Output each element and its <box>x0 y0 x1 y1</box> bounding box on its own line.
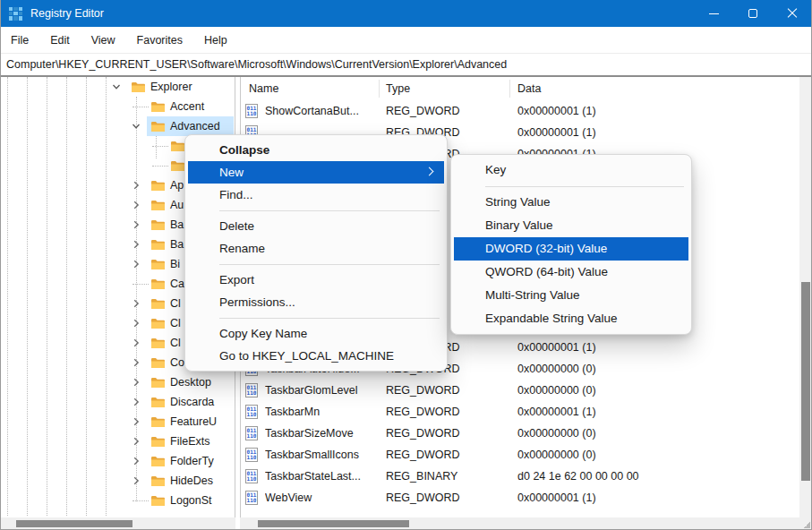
tree-item-fileexts[interactable]: FileExts <box>0 432 235 451</box>
context-menu-item-permissions[interactable]: Permissions... <box>185 291 447 313</box>
new-submenu-item-label: Expandable String Value <box>485 312 618 325</box>
tree-item-discarda[interactable]: Discarda <box>0 392 235 412</box>
tree-item-folderty[interactable]: FolderTy <box>0 451 235 471</box>
reg-dword-icon: 011110 <box>244 426 259 440</box>
value-row-showcortanabut[interactable]: 011110ShowCortanaBut...REG_DWORD0x000000… <box>241 100 799 122</box>
context-menu-item-new[interactable]: New <box>188 161 444 184</box>
chevron-right-icon[interactable] <box>131 397 141 407</box>
chevron-right-icon[interactable] <box>131 456 141 466</box>
context-menu-separator <box>219 264 440 265</box>
chevron-right-icon[interactable] <box>131 259 141 269</box>
chevron-right-icon[interactable] <box>131 219 141 230</box>
chevron-right-icon[interactable] <box>131 357 141 368</box>
value-row-webview[interactable]: 011110WebViewREG_DWORD0x00000001 (1) <box>241 487 799 509</box>
svg-text:110: 110 <box>247 432 257 439</box>
close-button[interactable] <box>773 0 812 27</box>
tree-item-featureu[interactable]: FeatureU <box>0 412 235 432</box>
menubar-item-edit[interactable]: Edit <box>39 27 81 54</box>
reg-dword-icon: 011110 <box>244 383 259 398</box>
context-menu-item-delete[interactable]: Delete <box>185 215 447 237</box>
tree-leaf-connector <box>132 500 149 501</box>
list-horizontal-scrollbar[interactable] <box>240 517 799 530</box>
tree-item-advanced[interactable]: Advanced <box>0 116 235 136</box>
chevron-right-icon[interactable] <box>131 475 141 486</box>
value-type: REG_BINARY <box>386 466 457 487</box>
context-menu-item-label: New <box>219 166 244 179</box>
tree-hscroll-thumb[interactable] <box>16 520 132 527</box>
context-menu-separator <box>219 318 440 319</box>
new-submenu-item-dword-32-bit-value[interactable]: DWORD (32-bit) Value <box>454 237 688 261</box>
folder-icon <box>150 199 166 211</box>
chevron-right-icon[interactable] <box>131 416 141 427</box>
chevron-right-icon[interactable] <box>131 377 141 388</box>
tree-item-hidedes[interactable]: HideDes <box>0 471 235 491</box>
folder-icon <box>150 297 166 310</box>
value-row-taskbarglomlevel[interactable]: 011110TaskbarGlomLevelREG_DWORD0x0000000… <box>241 380 799 401</box>
new-submenu: KeyString ValueBinary ValueDWORD (32-bit… <box>450 154 692 335</box>
new-submenu-item-expandable-string-value[interactable]: Expandable String Value <box>451 307 691 330</box>
context-menu-item-collapse[interactable]: Collapse <box>185 139 447 161</box>
column-header-data[interactable]: Data <box>517 77 541 100</box>
chevron-down-icon[interactable] <box>111 81 122 92</box>
tree-item-explorer[interactable]: Explorer <box>0 77 235 97</box>
maximize-button[interactable] <box>733 0 773 27</box>
resize-grip-icon <box>804 522 810 528</box>
reg-dword-icon: 011110 <box>244 448 259 462</box>
tree-horizontal-scrollbar[interactable] <box>0 517 235 530</box>
new-submenu-item-string-value[interactable]: String Value <box>451 191 691 214</box>
reg-dword-icon: 011110 <box>244 469 259 483</box>
address-bar[interactable]: Computer\HKEY_CURRENT_USER\Software\Micr… <box>0 54 812 75</box>
chevron-right-icon[interactable] <box>131 200 141 210</box>
minimize-button[interactable] <box>694 0 733 27</box>
context-menu-item-go-to-hkey-local-machine[interactable]: Go to HKEY_LOCAL_MACHINE <box>185 345 447 367</box>
context-menu-item-find[interactable]: Find... <box>185 184 447 206</box>
value-data: 0x00000001 (1) <box>517 487 596 509</box>
menubar-item-favorites[interactable]: Favorites <box>126 27 193 54</box>
tree-item-label: Explorer <box>150 77 192 97</box>
tree-item-label: Co <box>170 353 184 372</box>
chevron-right-icon[interactable] <box>131 180 141 191</box>
list-vertical-scrollbar[interactable] <box>799 77 812 517</box>
new-submenu-item-binary-value[interactable]: Binary Value <box>451 214 691 237</box>
tree-leaf-connector <box>132 284 149 285</box>
menubar-item-file[interactable]: File <box>0 27 39 54</box>
tree-item-logonst[interactable]: LogonSt <box>0 491 235 510</box>
tree-item-label: Bi <box>170 254 180 274</box>
value-row-taskbarsizemove[interactable]: 011110TaskbarSizeMoveREG_DWORD0x00000000… <box>241 423 799 444</box>
chevron-right-icon[interactable] <box>131 338 141 348</box>
folder-icon <box>150 356 166 369</box>
list-hscroll-thumb[interactable] <box>258 520 409 527</box>
chevron-down-icon[interactable] <box>131 121 141 132</box>
chevron-right-icon[interactable] <box>131 298 141 309</box>
folder-icon <box>150 396 166 408</box>
context-menu-item-rename[interactable]: Rename <box>185 237 447 260</box>
value-row-taskbarsmallicons[interactable]: 011110TaskbarSmallIconsREG_DWORD0x000000… <box>241 444 799 466</box>
menubar-item-view[interactable]: View <box>81 27 126 54</box>
value-data: 0x00000000 (0) <box>517 444 596 466</box>
tree-item-label: Ap <box>170 175 184 195</box>
menubar-item-help[interactable]: Help <box>193 27 238 54</box>
chevron-right-icon[interactable] <box>131 318 141 329</box>
new-submenu-item-qword-64-bit-value[interactable]: QWORD (64-bit) Value <box>451 261 691 284</box>
value-data: 0x00000000 (0) <box>517 358 596 380</box>
column-header-type[interactable]: Type <box>386 77 410 100</box>
tree-item-label: LogonSt <box>170 491 212 510</box>
tree-leaf-connector <box>152 146 168 147</box>
value-row-taskbarmn[interactable]: 011110TaskbarMnREG_DWORD0x00000001 (1) <box>241 401 799 423</box>
column-divider <box>379 80 380 98</box>
new-submenu-item-multi-string-value[interactable]: Multi-String Value <box>451 284 691 307</box>
chevron-right-icon[interactable] <box>131 436 141 447</box>
context-menu-item-export[interactable]: Export <box>185 269 447 291</box>
new-submenu-item-key[interactable]: Key <box>451 158 691 182</box>
regedit-app-icon <box>9 7 22 21</box>
value-data: 0x00000001 (1) <box>517 401 596 423</box>
tree-item-desktop[interactable]: Desktop <box>0 372 235 392</box>
chevron-right-icon[interactable] <box>131 239 141 250</box>
context-menu-item-copy-key-name[interactable]: Copy Key Name <box>185 322 447 345</box>
tree-item-label: Ba <box>170 235 184 254</box>
value-data: 0x00000001 (1) <box>517 100 596 122</box>
tree-item-accent[interactable]: Accent <box>0 97 235 116</box>
list-vscroll-thumb[interactable] <box>801 282 810 481</box>
column-header-name[interactable]: Name <box>249 77 278 100</box>
value-row-taskbarstatelast[interactable]: 011110TaskbarStateLast...REG_BINARYd0 24… <box>241 466 799 487</box>
